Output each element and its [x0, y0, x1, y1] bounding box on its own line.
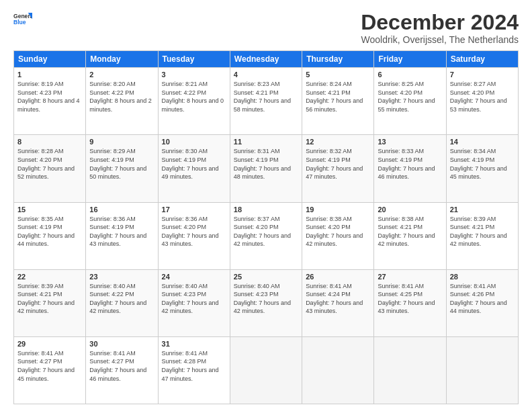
day-info: Sunrise: 8:40 AMSunset: 4:23 PMDaylight:…	[234, 283, 291, 315]
day-number: 27	[378, 273, 442, 281]
day-number: 9	[89, 138, 154, 146]
page: General Blue December 2024 Wooldrik, Ove…	[0, 0, 532, 411]
day-number: 5	[306, 71, 370, 79]
day-cell: 20 Sunrise: 8:38 AMSunset: 4:21 PMDaylig…	[374, 202, 446, 269]
day-info: Sunrise: 8:24 AMSunset: 4:21 PMDaylight:…	[306, 81, 363, 113]
day-info: Sunrise: 8:33 AMSunset: 4:19 PMDaylight:…	[378, 148, 435, 180]
day-number: 31	[162, 340, 226, 348]
header-sunday: Sunday	[14, 51, 86, 68]
day-number: 19	[306, 205, 370, 214]
day-cell	[446, 336, 518, 404]
day-number: 23	[89, 273, 154, 281]
week-row-1: 1 Sunrise: 8:19 AMSunset: 4:23 PMDayligh…	[14, 68, 519, 135]
day-info: Sunrise: 8:38 AMSunset: 4:20 PMDaylight:…	[306, 216, 363, 248]
day-cell: 2 Sunrise: 8:20 AMSunset: 4:22 PMDayligh…	[86, 68, 158, 135]
day-cell: 21 Sunrise: 8:39 AMSunset: 4:21 PMDaylig…	[446, 202, 518, 269]
day-number: 8	[17, 138, 82, 146]
day-info: Sunrise: 8:41 AMSunset: 4:27 PMDaylight:…	[17, 350, 75, 382]
day-cell: 3 Sunrise: 8:21 AMSunset: 4:22 PMDayligh…	[158, 68, 230, 135]
day-info: Sunrise: 8:19 AMSunset: 4:23 PMDaylight:…	[17, 81, 80, 113]
week-row-3: 15 Sunrise: 8:35 AMSunset: 4:19 PMDaylig…	[14, 202, 519, 269]
day-number: 13	[378, 138, 442, 146]
day-info: Sunrise: 8:41 AMSunset: 4:27 PMDaylight:…	[89, 350, 146, 382]
day-info: Sunrise: 8:31 AMSunset: 4:19 PMDaylight:…	[234, 148, 291, 180]
day-number: 14	[450, 138, 515, 146]
calendar-table: Sunday Monday Tuesday Wednesday Thursday…	[13, 50, 519, 404]
day-info: Sunrise: 8:29 AMSunset: 4:19 PMDaylight:…	[89, 148, 146, 180]
day-number: 16	[89, 205, 154, 214]
day-cell	[230, 336, 302, 404]
day-cell: 30 Sunrise: 8:41 AMSunset: 4:27 PMDaylig…	[86, 336, 158, 404]
day-number: 26	[306, 273, 370, 281]
day-cell: 12 Sunrise: 8:32 AMSunset: 4:19 PMDaylig…	[302, 135, 374, 202]
day-info: Sunrise: 8:41 AMSunset: 4:26 PMDaylight:…	[450, 283, 507, 315]
day-cell: 8 Sunrise: 8:28 AMSunset: 4:20 PMDayligh…	[14, 135, 86, 202]
day-cell: 9 Sunrise: 8:29 AMSunset: 4:19 PMDayligh…	[86, 135, 158, 202]
month-title: December 2024	[361, 11, 519, 34]
day-cell: 27 Sunrise: 8:41 AMSunset: 4:25 PMDaylig…	[374, 269, 446, 336]
day-cell: 6 Sunrise: 8:25 AMSunset: 4:20 PMDayligh…	[374, 68, 446, 135]
day-number: 30	[89, 340, 154, 348]
day-info: Sunrise: 8:37 AMSunset: 4:20 PMDaylight:…	[234, 216, 291, 248]
day-cell: 25 Sunrise: 8:40 AMSunset: 4:23 PMDaylig…	[230, 269, 302, 336]
day-cell: 18 Sunrise: 8:37 AMSunset: 4:20 PMDaylig…	[230, 202, 302, 269]
day-info: Sunrise: 8:27 AMSunset: 4:20 PMDaylight:…	[450, 81, 507, 113]
header-tuesday: Tuesday	[158, 51, 230, 68]
logo-icon: General Blue	[13, 11, 32, 30]
day-number: 25	[234, 273, 298, 281]
day-cell: 1 Sunrise: 8:19 AMSunset: 4:23 PMDayligh…	[14, 68, 86, 135]
day-info: Sunrise: 8:40 AMSunset: 4:23 PMDaylight:…	[162, 283, 219, 315]
day-cell	[374, 336, 446, 404]
day-info: Sunrise: 8:38 AMSunset: 4:21 PMDaylight:…	[378, 216, 435, 248]
week-row-2: 8 Sunrise: 8:28 AMSunset: 4:20 PMDayligh…	[14, 135, 519, 202]
day-cell: 7 Sunrise: 8:27 AMSunset: 4:20 PMDayligh…	[446, 68, 518, 135]
week-row-4: 22 Sunrise: 8:39 AMSunset: 4:21 PMDaylig…	[14, 269, 519, 336]
day-cell: 19 Sunrise: 8:38 AMSunset: 4:20 PMDaylig…	[302, 202, 374, 269]
day-number: 24	[162, 273, 226, 281]
day-info: Sunrise: 8:23 AMSunset: 4:21 PMDaylight:…	[234, 81, 291, 113]
day-info: Sunrise: 8:25 AMSunset: 4:20 PMDaylight:…	[378, 81, 435, 113]
title-block: December 2024 Wooldrik, Overijssel, The …	[361, 11, 519, 45]
day-info: Sunrise: 8:41 AMSunset: 4:25 PMDaylight:…	[378, 283, 435, 315]
day-number: 22	[17, 273, 82, 281]
day-cell: 28 Sunrise: 8:41 AMSunset: 4:26 PMDaylig…	[446, 269, 518, 336]
day-info: Sunrise: 8:34 AMSunset: 4:19 PMDaylight:…	[450, 148, 507, 180]
day-number: 7	[450, 71, 515, 79]
header-monday: Monday	[86, 51, 158, 68]
day-cell: 29 Sunrise: 8:41 AMSunset: 4:27 PMDaylig…	[14, 336, 86, 404]
day-info: Sunrise: 8:40 AMSunset: 4:22 PMDaylight:…	[89, 283, 146, 315]
day-cell: 10 Sunrise: 8:30 AMSunset: 4:19 PMDaylig…	[158, 135, 230, 202]
day-info: Sunrise: 8:30 AMSunset: 4:19 PMDaylight:…	[162, 148, 219, 180]
day-cell: 31 Sunrise: 8:41 AMSunset: 4:28 PMDaylig…	[158, 336, 230, 404]
day-cell: 23 Sunrise: 8:40 AMSunset: 4:22 PMDaylig…	[86, 269, 158, 336]
weekday-header-row: Sunday Monday Tuesday Wednesday Thursday…	[14, 51, 519, 68]
day-number: 12	[306, 138, 370, 146]
day-cell: 11 Sunrise: 8:31 AMSunset: 4:19 PMDaylig…	[230, 135, 302, 202]
header: General Blue December 2024 Wooldrik, Ove…	[13, 11, 519, 45]
day-number: 29	[17, 340, 82, 348]
header-saturday: Saturday	[446, 51, 518, 68]
day-cell: 15 Sunrise: 8:35 AMSunset: 4:19 PMDaylig…	[14, 202, 86, 269]
day-number: 4	[234, 71, 298, 79]
day-number: 6	[378, 71, 442, 79]
day-number: 17	[162, 205, 226, 214]
day-cell: 4 Sunrise: 8:23 AMSunset: 4:21 PMDayligh…	[230, 68, 302, 135]
day-info: Sunrise: 8:36 AMSunset: 4:20 PMDaylight:…	[162, 216, 219, 248]
day-cell: 14 Sunrise: 8:34 AMSunset: 4:19 PMDaylig…	[446, 135, 518, 202]
day-info: Sunrise: 8:28 AMSunset: 4:20 PMDaylight:…	[17, 148, 75, 180]
header-wednesday: Wednesday	[230, 51, 302, 68]
day-info: Sunrise: 8:39 AMSunset: 4:21 PMDaylight:…	[450, 216, 507, 248]
day-number: 21	[450, 205, 515, 214]
day-number: 18	[234, 205, 298, 214]
location: Wooldrik, Overijssel, The Netherlands	[361, 34, 519, 45]
day-cell: 17 Sunrise: 8:36 AMSunset: 4:20 PMDaylig…	[158, 202, 230, 269]
day-info: Sunrise: 8:39 AMSunset: 4:21 PMDaylight:…	[17, 283, 75, 315]
day-number: 10	[162, 138, 226, 146]
day-cell: 16 Sunrise: 8:36 AMSunset: 4:19 PMDaylig…	[86, 202, 158, 269]
day-cell: 26 Sunrise: 8:41 AMSunset: 4:24 PMDaylig…	[302, 269, 374, 336]
header-friday: Friday	[374, 51, 446, 68]
day-info: Sunrise: 8:41 AMSunset: 4:24 PMDaylight:…	[306, 283, 363, 315]
day-number: 20	[378, 205, 442, 214]
day-cell: 13 Sunrise: 8:33 AMSunset: 4:19 PMDaylig…	[374, 135, 446, 202]
day-cell: 5 Sunrise: 8:24 AMSunset: 4:21 PMDayligh…	[302, 68, 374, 135]
